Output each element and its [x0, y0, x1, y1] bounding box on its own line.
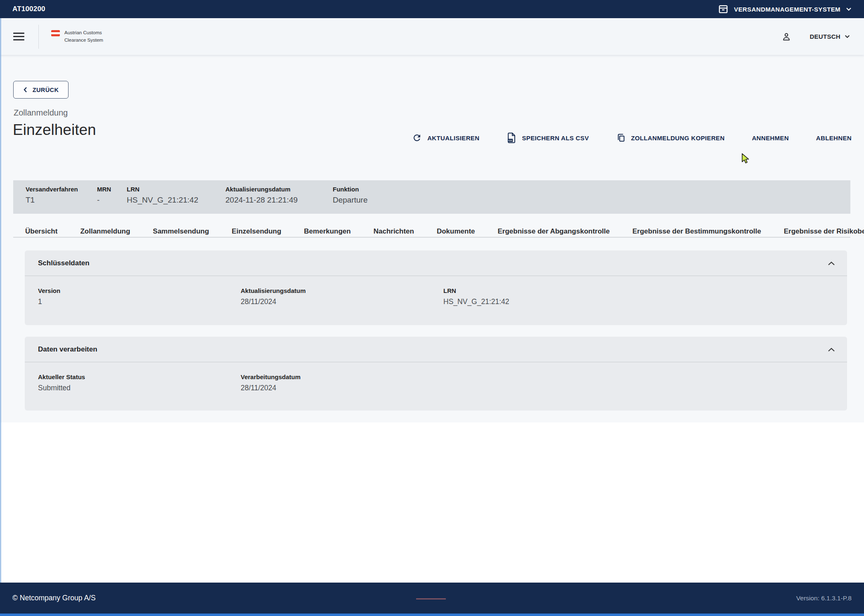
system-selector-label: VERSANDMANAGEMENT-SYSTEM: [734, 6, 840, 13]
back-button[interactable]: ZURÜCK: [13, 81, 69, 99]
chevron-down-icon: [846, 7, 852, 11]
chevron-up-icon[interactable]: [827, 347, 836, 352]
aktualisieren-label: AKTUALISIEREN: [427, 135, 479, 142]
language-selector[interactable]: DEUTSCH: [810, 33, 850, 40]
tab-bemerkungen[interactable]: Bemerkungen: [304, 226, 350, 237]
copy-icon: [616, 133, 626, 143]
ablehnen-button[interactable]: ABLEHNEN: [816, 135, 852, 142]
back-button-label: ZURÜCK: [33, 87, 59, 93]
action-toolbar: AKTUALISIEREN csv SPEICHERN ALS CSV ZOL: [412, 130, 852, 145]
environment-code: AT100200: [12, 5, 45, 13]
summary-field-lrn: LRN HS_NV_G_21:21:42: [127, 186, 225, 214]
zollanmeldung-kopieren-button[interactable]: ZOLLANMELDUNG KOPIEREN: [616, 133, 725, 143]
window-edge: [0, 18, 1, 583]
footer-copyright: © Netcompany Group A/S: [12, 594, 96, 602]
tab-divider: [13, 237, 850, 238]
svg-text:csv: csv: [509, 139, 513, 142]
tab-zollanmeldung[interactable]: Zollanmeldung: [80, 226, 130, 237]
tab-ergebnisse-bestimmungskontrolle[interactable]: Ergebnisse der Bestimmungskontrolle: [632, 226, 761, 237]
archive-box-icon: [718, 4, 729, 14]
summary-field-mrn: MRN -: [97, 186, 127, 214]
declaration-summary-bar: Versandverfahren T1 MRN - LRN HS_NV_G_21…: [13, 180, 850, 214]
chevron-up-icon[interactable]: [827, 260, 836, 266]
tab-ergebnisse-abgangskontrolle[interactable]: Ergebnisse der Abgangskontrolle: [498, 226, 610, 237]
tab-dokumente[interactable]: Dokumente: [437, 226, 475, 237]
app-window: AT100200 VERSANDMANAGEMENT-SYSTEM: [0, 0, 864, 616]
footer-version: Version: 6.1.3.1-P.8: [796, 595, 852, 602]
ablehnen-label: ABLEHNEN: [816, 135, 852, 142]
page-title: Einzelheiten: [13, 121, 96, 139]
footer-accent-line: [416, 598, 446, 599]
tab-sammelsendung[interactable]: Sammelsendung: [153, 226, 209, 237]
mouse-cursor: [741, 153, 750, 164]
tab-nachrichten[interactable]: Nachrichten: [374, 226, 414, 237]
section-daten-verarbeiten: Daten verarbeiten Aktueller Status Submi…: [25, 337, 847, 411]
tab-ergebnisse-risikobewertung[interactable]: Ergebnisse der Risikobewertung: [784, 226, 864, 237]
austrian-flag-icon: [51, 30, 60, 36]
annehmen-label: ANNEHMEN: [752, 135, 788, 142]
field-verarbeitungsdatum: Verarbeitungsdatum 28/11/2024: [241, 373, 301, 392]
chevron-down-icon: [845, 35, 850, 38]
field-aktueller-status: Aktueller Status Submitted: [38, 373, 241, 392]
section-title: Daten verarbeiten: [38, 345, 97, 354]
language-selector-label: DEUTSCH: [810, 33, 840, 40]
window-bottom-edge: [0, 614, 864, 616]
section-schluesseldaten: Schlüsseldaten Version 1 Aktualisierungs…: [25, 250, 847, 325]
app-logo-text: Austrian Customs Clearance System: [64, 29, 103, 44]
header-divider: [38, 25, 39, 49]
section-daten-verarbeiten-header[interactable]: Daten verarbeiten: [25, 337, 847, 362]
hamburger-menu-icon[interactable]: [13, 33, 24, 40]
person-icon[interactable]: [781, 32, 791, 42]
chevron-left-icon: [23, 87, 27, 93]
aktualisieren-button[interactable]: AKTUALISIEREN: [412, 133, 479, 143]
summary-field-versandverfahren: Versandverfahren T1: [26, 186, 97, 214]
field-aktualisierungsdatum: Aktualisierungsdatum 28/11/2024: [241, 287, 443, 306]
speichern-als-csv-label: SPEICHERN ALS CSV: [522, 135, 589, 142]
section-schluesseldaten-header[interactable]: Schlüsseldaten: [25, 250, 847, 276]
refresh-icon: [412, 133, 422, 143]
summary-field-aktualisierungsdatum: Aktualisierungsdatum 2024-11-28 21:21:49: [225, 186, 333, 214]
annehmen-button[interactable]: ANNEHMEN: [752, 135, 788, 142]
tab-uebersicht[interactable]: Übersicht: [25, 226, 57, 237]
summary-field-funktion: Funktion Departure: [333, 186, 368, 214]
field-version: Version 1: [38, 287, 241, 306]
tab-einzelsendung[interactable]: Einzelsendung: [232, 226, 281, 237]
csv-file-icon: csv: [507, 132, 516, 144]
speichern-als-csv-button[interactable]: csv SPEICHERN ALS CSV: [507, 132, 589, 144]
section-title: Schlüsseldaten: [38, 259, 90, 267]
app-logo: Austrian Customs Clearance System: [51, 29, 103, 44]
page-eyebrow: Zollanmeldung: [14, 108, 68, 118]
system-selector[interactable]: VERSANDMANAGEMENT-SYSTEM: [718, 4, 852, 14]
field-lrn: LRN HS_NV_G_21:21:42: [443, 287, 509, 306]
top-bar: AT100200 VERSANDMANAGEMENT-SYSTEM: [0, 0, 864, 18]
app-header: Austrian Customs Clearance System DEUTSC…: [0, 18, 864, 55]
zollanmeldung-kopieren-label: ZOLLANMELDUNG KOPIEREN: [631, 135, 725, 142]
detail-tab-bar: Übersicht Zollanmeldung Sammelsendung Ei…: [25, 226, 864, 237]
